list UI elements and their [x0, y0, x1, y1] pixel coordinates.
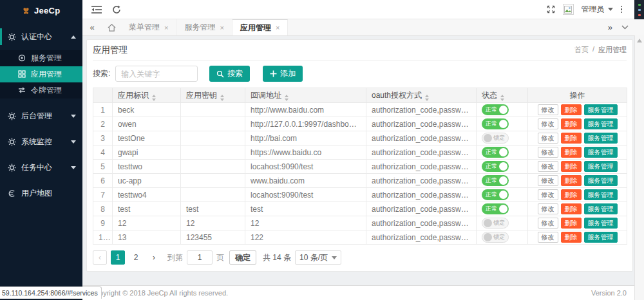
cell-oauth: authorization_code,password,refresh_to..… — [366, 174, 477, 188]
edit-button[interactable]: 修改 — [538, 133, 558, 144]
breadcrumb-home[interactable]: 首页 — [574, 45, 589, 55]
service-mgmt-button[interactable]: 服务管理 — [584, 133, 618, 144]
service-mgmt-button[interactable]: 服务管理 — [584, 189, 618, 200]
sort-icon[interactable] — [285, 95, 289, 101]
edit-button[interactable]: 修改 — [538, 161, 558, 172]
edit-button[interactable]: 修改 — [538, 104, 558, 115]
cell-status: 锁定 — [477, 131, 528, 145]
column-header-5[interactable]: 状态 — [477, 88, 528, 103]
delete-button[interactable]: 删除 — [561, 203, 582, 214]
delete-button[interactable]: 删除 — [561, 175, 582, 186]
status-toggle[interactable]: 正常 — [482, 161, 509, 172]
edit-button[interactable]: 修改 — [538, 203, 558, 214]
tab-3[interactable]: 应用管理× — [232, 19, 288, 35]
user-menu[interactable]: 管理员 — [582, 4, 613, 15]
table-row: 8testtesttestauthorization_code,password… — [93, 202, 627, 216]
page-number-2[interactable]: 2 — [129, 250, 143, 265]
cell-actions: 修改删除服务管理 — [528, 216, 627, 230]
status-toggle[interactable]: 锁定 — [482, 133, 509, 144]
tab-1[interactable]: 菜单管理× — [121, 19, 176, 35]
service-mgmt-button[interactable]: 服务管理 — [584, 161, 618, 172]
status-toggle[interactable]: 锁定 — [482, 232, 509, 243]
status-toggle[interactable]: 正常 — [482, 104, 509, 115]
main-scrollbar[interactable] — [634, 35, 644, 300]
cell-secret — [181, 145, 245, 160]
page-prev-button[interactable]: ‹ — [93, 250, 107, 265]
sidebar-section-label: 系统监控 — [21, 136, 52, 147]
edit-button[interactable]: 修改 — [538, 232, 558, 243]
sort-icon[interactable] — [152, 95, 156, 101]
sidebar-section-backend-mgmt[interactable]: 后台管理 — [0, 108, 82, 124]
sidebar-item-service-mgmt[interactable]: 服务管理 — [0, 50, 82, 66]
scrollbar-thumb-dark[interactable] — [634, 0, 644, 19]
edit-button[interactable]: 修改 — [538, 147, 558, 158]
avatar[interactable] — [563, 4, 574, 15]
service-mgmt-button[interactable]: 服务管理 — [584, 147, 618, 158]
more-options-icon[interactable] — [621, 6, 623, 14]
sort-icon[interactable] — [220, 95, 224, 101]
tab-close-icon[interactable]: × — [220, 24, 223, 32]
search-input[interactable] — [115, 66, 198, 82]
delete-button[interactable]: 删除 — [561, 161, 582, 172]
cell-idx: 3 — [93, 131, 113, 145]
edit-button[interactable]: 修改 — [538, 189, 558, 200]
tabs-collapse-icon[interactable]: « — [82, 19, 102, 35]
tabs-expand-icon[interactable]: » — [608, 23, 612, 32]
status-toggle[interactable]: 正常 — [482, 118, 509, 129]
sidebar-section-auth-center[interactable]: 认证中心 — [0, 28, 82, 45]
copyright-text: Copyright © 2018 JeeCp All rights reserv… — [90, 289, 228, 297]
column-header-3[interactable]: 回调地址 — [245, 88, 366, 103]
sidebar-item-app-mgmt[interactable]: 应用管理 — [0, 66, 82, 82]
edit-button[interactable]: 修改 — [538, 175, 558, 186]
status-toggle[interactable]: 正常 — [482, 189, 509, 200]
status-toggle[interactable]: 正常 — [482, 175, 509, 186]
delete-button[interactable]: 删除 — [561, 118, 582, 129]
page-next-button[interactable]: › — [147, 250, 161, 265]
delete-button[interactable]: 删除 — [561, 133, 582, 144]
fullscreen-icon[interactable] — [547, 5, 555, 14]
service-mgmt-button[interactable]: 服务管理 — [584, 118, 618, 129]
sidebar-item-token-mgmt[interactable]: 令牌管理 — [0, 82, 82, 98]
tabs-menu-chevron-icon[interactable] — [621, 25, 629, 30]
status-toggle[interactable]: 锁定 — [482, 218, 509, 229]
column-header-1[interactable]: 应用标识 — [113, 88, 181, 103]
tab-close-icon[interactable]: × — [164, 24, 168, 32]
home-icon[interactable] — [102, 19, 121, 35]
goto-confirm-button[interactable]: 确定 — [229, 250, 256, 265]
cell-app-id: testtwo — [113, 160, 181, 174]
tab-2[interactable]: 服务管理× — [176, 19, 232, 35]
column-header-2[interactable]: 应用密钥 — [181, 88, 245, 103]
footer: Copyright © 2018 JeeCp All rights reserv… — [82, 285, 634, 300]
add-button[interactable]: 添加 — [263, 66, 303, 82]
cell-status: 正常 — [477, 160, 528, 174]
service-mgmt-button[interactable]: 服务管理 — [584, 218, 618, 229]
status-toggle[interactable]: 正常 — [482, 147, 509, 158]
delete-button[interactable]: 删除 — [561, 104, 582, 115]
page-number-1[interactable]: 1 — [111, 250, 125, 265]
sort-icon[interactable] — [425, 95, 429, 101]
sort-icon[interactable] — [500, 95, 504, 101]
sidebar-section-user-map[interactable]: 用户地图 — [0, 185, 82, 202]
page-size-select[interactable]: 10 条/页 — [295, 250, 341, 265]
service-mgmt-button[interactable]: 服务管理 — [584, 203, 618, 214]
cell-oauth: authorization_code,password,refresh_to..… — [366, 103, 477, 117]
service-mgmt-button[interactable]: 服务管理 — [584, 104, 618, 115]
delete-button[interactable]: 删除 — [561, 232, 582, 243]
column-header-4[interactable]: oauth授权方式 — [366, 88, 477, 103]
delete-button[interactable]: 删除 — [561, 147, 582, 158]
edit-button[interactable]: 修改 — [538, 218, 558, 229]
sidebar-section-task-center[interactable]: 任务中心 — [0, 159, 82, 176]
service-mgmt-button[interactable]: 服务管理 — [584, 232, 618, 243]
edit-button[interactable]: 修改 — [538, 118, 558, 129]
delete-button[interactable]: 删除 — [561, 218, 582, 229]
goto-page-input[interactable] — [187, 250, 213, 265]
refresh-icon[interactable] — [112, 5, 121, 14]
delete-button[interactable]: 删除 — [561, 189, 582, 200]
sidebar-item-label: 应用管理 — [31, 69, 62, 80]
search-button[interactable]: 搜索 — [209, 66, 250, 82]
sidebar-section-system-monitor[interactable]: 系统监控 — [0, 133, 82, 150]
menu-fold-icon[interactable] — [91, 5, 102, 14]
tab-close-icon[interactable]: × — [276, 24, 279, 32]
status-toggle[interactable]: 正常 — [482, 203, 509, 214]
service-mgmt-button[interactable]: 服务管理 — [584, 175, 618, 186]
